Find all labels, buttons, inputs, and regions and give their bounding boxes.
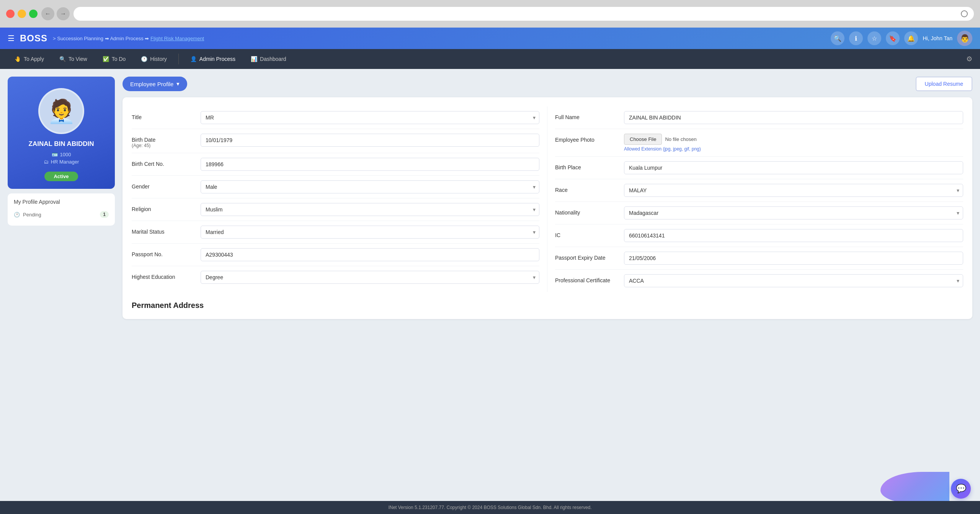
edu-row: Highest Education DegreeMastersPhDDiplom… — [132, 266, 539, 288]
breadcrumb: > Succession Planning ➡ Admin Process ➡ … — [53, 36, 204, 41]
form-grid: Title MRMRSMSDR Birth Date (Age: 45) — [132, 106, 963, 292]
address-bar[interactable] — [74, 7, 974, 21]
profile-card: 🧑‍💼 ZAINAL BIN ABIDDIN 🪪 1000 🗂 HR Manag… — [8, 77, 115, 189]
nav-dashboard[interactable]: 📊 Dashboard — [244, 53, 293, 65]
profile-approval-card: My Profile Approval 🕐 Pending 1 — [8, 193, 115, 226]
navbar-left: ☰ BOSS > Succession Planning ➡ Admin Pro… — [8, 33, 204, 44]
browser-nav: ← → — [41, 7, 70, 20]
profile-role-row: 🗂 HR Manager — [15, 159, 107, 165]
upload-resume-button[interactable]: Upload Resume — [916, 77, 972, 91]
to-view-icon: 🔍 — [59, 56, 66, 62]
birth-date-label: Birth Date (Age: 45) — [132, 134, 201, 148]
nav-to-view[interactable]: 🔍 To View — [52, 53, 94, 65]
birth-place-row: Birth Place — [555, 157, 963, 179]
file-upload-area: Choose File No file chosen — [624, 134, 963, 145]
title-select[interactable]: MRMRSMSDR — [201, 111, 539, 124]
gender-select[interactable]: MaleFemale — [201, 180, 539, 193]
full-name-row: Full Name — [555, 106, 963, 129]
active-status-badge: Active — [44, 172, 78, 181]
browser-dots — [6, 10, 38, 18]
id-icon: 🪪 — [52, 152, 58, 157]
employee-profile-button[interactable]: Employee Profile ▾ — [122, 77, 187, 91]
to-do-label: To Do — [112, 56, 126, 62]
minimize-dot[interactable] — [18, 10, 26, 18]
dashboard-label: Dashboard — [260, 56, 286, 62]
passport-expiry-input[interactable] — [624, 252, 963, 265]
prof-cert-select-wrapper: ACCACPACIMACFANone — [624, 274, 963, 287]
prof-cert-row: Professional Certificate ACCACPACIMACFAN… — [555, 270, 963, 292]
settings-icon[interactable]: ⚙ — [966, 55, 972, 63]
to-view-label: To View — [69, 56, 87, 62]
info-nav-icon[interactable]: ℹ — [849, 31, 863, 45]
to-apply-icon: 🤚 — [15, 56, 21, 62]
pending-count-badge: 1 — [100, 211, 109, 218]
nationality-select[interactable]: MadagascarMalaysiaSingaporeIndonesia — [624, 206, 963, 219]
passport-expiry-label: Passport Expiry Date — [555, 252, 624, 261]
nav-divider — [178, 54, 179, 64]
birth-date-input[interactable] — [201, 134, 539, 147]
url-input[interactable] — [80, 11, 961, 17]
full-name-input[interactable] — [624, 111, 963, 124]
approval-title: My Profile Approval — [14, 199, 109, 205]
ic-input[interactable] — [624, 229, 963, 242]
admin-process-icon: 👤 — [190, 56, 197, 62]
race-select[interactable]: MALAYCHINESEINDIANOTHER — [624, 184, 963, 197]
religion-label: Religion — [132, 203, 201, 212]
top-navbar: ☰ BOSS > Succession Planning ➡ Admin Pro… — [0, 28, 980, 49]
title-select-wrapper: MRMRSMSDR — [201, 111, 539, 124]
birth-place-input[interactable] — [624, 161, 963, 174]
birth-cert-row: Birth Cert No. — [132, 153, 539, 176]
birth-date-row: Birth Date (Age: 45) — [132, 129, 539, 153]
profile-avatar: 🧑‍💼 — [38, 88, 84, 134]
photo-label: Employee Photo — [555, 134, 624, 143]
passport-input[interactable] — [201, 248, 539, 261]
passport-row: Passport No. — [132, 244, 539, 266]
search-icon — [961, 10, 968, 17]
allowed-extension-text: Allowed Extension (jpg, jpeg, gif, png) — [624, 146, 963, 152]
close-dot[interactable] — [6, 10, 15, 18]
nav-admin-process[interactable]: 👤 Admin Process — [183, 53, 242, 65]
back-button[interactable]: ← — [41, 7, 54, 20]
history-icon: 🕐 — [141, 56, 147, 62]
nav-history[interactable]: 🕐 History — [134, 53, 174, 65]
breadcrumb-link[interactable]: Flight Risk Management — [150, 36, 204, 41]
employee-id: 1000 — [60, 152, 71, 157]
bell-nav-icon[interactable]: 🔔 — [904, 31, 918, 45]
sec-nav-right: ⚙ — [966, 55, 972, 63]
photo-row: Employee Photo Choose File No file chose… — [555, 129, 963, 157]
to-apply-label: To Apply — [24, 56, 44, 62]
religion-select[interactable]: MuslimChristianBuddhistHinduOther — [201, 203, 539, 216]
maximize-dot[interactable] — [29, 10, 38, 18]
right-content: Employee Profile ▾ Upload Resume Title M… — [122, 77, 972, 506]
approval-row: 🕐 Pending 1 — [14, 209, 109, 220]
bookmark-nav-icon[interactable]: 🔖 — [886, 31, 900, 45]
full-name-label: Full Name — [555, 111, 624, 120]
form-card: Title MRMRSMSDR Birth Date (Age: 45) — [122, 97, 972, 319]
photo-upload-area: Choose File No file chosen Allowed Exten… — [624, 134, 963, 152]
choose-file-button[interactable]: Choose File — [624, 134, 662, 145]
religion-row: Religion MuslimChristianBuddhistHinduOth… — [132, 198, 539, 221]
permanent-address-title: Permanent Address — [132, 301, 963, 310]
edu-select[interactable]: DegreeMastersPhDDiplomaSPM — [201, 271, 539, 284]
right-column: Full Name Employee Photo Choose File No … — [547, 106, 963, 292]
to-do-icon: ✅ — [103, 56, 109, 62]
chat-bubble[interactable]: 💬 — [951, 479, 971, 499]
hamburger-icon[interactable]: ☰ — [8, 34, 15, 43]
avatar: 👨 — [957, 31, 972, 46]
prof-cert-label: Professional Certificate — [555, 274, 624, 283]
nav-to-apply[interactable]: 🤚 To Apply — [8, 53, 51, 65]
main-content: 🧑‍💼 ZAINAL BIN ABIDDIN 🪪 1000 🗂 HR Manag… — [0, 69, 980, 514]
star-nav-icon[interactable]: ☆ — [867, 31, 881, 45]
forward-button[interactable]: → — [57, 7, 70, 20]
profile-name: ZAINAL BIN ABIDDIN — [15, 140, 107, 148]
search-nav-icon[interactable]: 🔍 — [831, 31, 844, 45]
secondary-navbar: 🤚 To Apply 🔍 To View ✅ To Do 🕐 History 👤… — [0, 49, 980, 69]
marital-select[interactable]: MarriedSingleDivorcedWidowed — [201, 226, 539, 239]
ic-row: IC — [555, 224, 963, 247]
prof-cert-select[interactable]: ACCACPACIMACFANone — [624, 274, 963, 287]
race-label: Race — [555, 184, 624, 193]
title-label: Title — [132, 111, 201, 120]
birth-cert-input[interactable] — [201, 158, 539, 171]
nav-to-do[interactable]: ✅ To Do — [96, 53, 133, 65]
race-select-wrapper: MALAYCHINESEINDIANOTHER — [624, 184, 963, 197]
